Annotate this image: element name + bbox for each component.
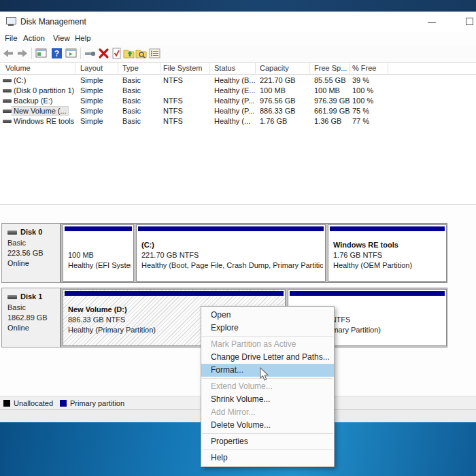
menu-item-add-mirror: Add Mirror... bbox=[201, 406, 334, 419]
disk1-state: Online bbox=[7, 324, 29, 332]
cell-type: Basic bbox=[122, 86, 141, 95]
disk1-name: Disk 1 bbox=[20, 292, 42, 301]
menu-item-explore[interactable]: Explore bbox=[201, 322, 334, 335]
primary-partition-bar bbox=[65, 291, 284, 296]
partition-efi[interactable]: 100 MB Healthy (EFI System bbox=[63, 224, 134, 282]
cell-free: 85.55 GB bbox=[314, 76, 345, 84]
cell-pct: 75 % bbox=[352, 107, 369, 115]
table-row[interactable]: Backup (E:) Simple Basic NTFS Healthy (P… bbox=[0, 96, 476, 106]
properties-icon[interactable] bbox=[149, 48, 160, 59]
col-pct-free[interactable]: % Free bbox=[352, 64, 376, 72]
maximize-button[interactable] bbox=[459, 16, 476, 29]
console-window-icon[interactable] bbox=[35, 48, 47, 59]
partition-context-menu: Open Explore Mark Partition as Active Ch… bbox=[201, 306, 335, 467]
folder-up-icon[interactable] bbox=[123, 48, 135, 59]
cell-type: Basic bbox=[122, 107, 141, 115]
toolbar-separator bbox=[31, 48, 32, 59]
disk0-name: Disk 0 bbox=[20, 228, 42, 236]
col-capacity[interactable]: Capacity bbox=[260, 64, 289, 72]
col-file-system[interactable]: File System bbox=[163, 64, 202, 72]
tool-icon[interactable] bbox=[84, 48, 96, 59]
primary-partition-bar bbox=[65, 226, 132, 231]
menu-action[interactable]: Action bbox=[23, 34, 45, 42]
cell-status: Healthy (P... bbox=[214, 97, 254, 105]
col-status[interactable]: Status bbox=[214, 64, 235, 72]
menu-item-shrink-volume[interactable]: Shrink Volume... bbox=[201, 393, 334, 406]
cell-free: 661.99 GB bbox=[314, 107, 350, 115]
legend-primary-partition: Primary partition bbox=[70, 399, 124, 407]
cell-fs: NTFS bbox=[163, 107, 183, 115]
minimize-button[interactable]: — bbox=[422, 16, 442, 29]
back-icon[interactable] bbox=[3, 48, 14, 59]
forward-icon[interactable] bbox=[16, 48, 28, 59]
cell-volume: Backup (E:) bbox=[14, 97, 52, 105]
menu-item-delete-volume[interactable]: Delete Volume... bbox=[201, 419, 334, 432]
svg-text:?: ? bbox=[54, 49, 59, 58]
cell-pct: 100 % bbox=[352, 97, 373, 105]
cell-volume: Windows RE tools bbox=[14, 117, 74, 125]
partition-title: New Volume (D:) bbox=[68, 305, 127, 313]
partition-size: 221.70 GB NTFS bbox=[141, 251, 199, 259]
cell-layout: Simple bbox=[80, 107, 103, 115]
menu-separator bbox=[202, 449, 333, 450]
partition-title: Windows RE tools bbox=[333, 241, 398, 249]
cell-layout: Simple bbox=[80, 117, 103, 125]
cell-layout: Simple bbox=[80, 76, 103, 84]
primary-partition-swatch bbox=[60, 400, 67, 407]
title-bar: Disk Management — bbox=[0, 12, 476, 32]
cell-layout: Simple bbox=[80, 97, 103, 105]
cell-capacity: 1.76 GB bbox=[260, 117, 287, 125]
volume-icon bbox=[3, 99, 12, 103]
toolbar: ? bbox=[0, 46, 476, 63]
menu-item-help[interactable]: Help bbox=[201, 452, 334, 464]
partition-size: 1.76 GB NTFS bbox=[333, 251, 382, 259]
table-row[interactable]: (C:) Simple Basic NTFS Healthy (B... 221… bbox=[0, 75, 476, 86]
cell-type: Basic bbox=[122, 76, 141, 84]
delete-icon[interactable] bbox=[98, 48, 109, 59]
disk0-partition-strip: 100 MB Healthy (EFI System (C:) 221.70 G… bbox=[61, 223, 447, 283]
cell-status: Healthy (B... bbox=[214, 76, 256, 84]
cell-type: Basic bbox=[122, 97, 141, 105]
folder-search-icon[interactable] bbox=[135, 48, 147, 59]
partition-size: 100 MB bbox=[68, 251, 94, 259]
cell-pct: 100 % bbox=[352, 86, 373, 95]
disk1-kind: Basic bbox=[7, 303, 26, 311]
menu-file[interactable]: File bbox=[5, 34, 18, 42]
cell-status: Healthy (E... bbox=[214, 86, 256, 95]
cell-type: Basic bbox=[122, 117, 141, 125]
menu-item-open[interactable]: Open bbox=[201, 309, 334, 322]
disk-icon bbox=[7, 231, 17, 235]
table-row[interactable]: Windows RE tools Simple Basic NTFS Healt… bbox=[0, 116, 476, 126]
col-layout[interactable]: Layout bbox=[80, 64, 103, 72]
menu-item-properties[interactable]: Properties bbox=[201, 435, 334, 448]
col-volume[interactable]: Volume bbox=[5, 64, 31, 72]
cell-status: Healthy (P... bbox=[214, 107, 254, 115]
col-type[interactable]: Type bbox=[122, 64, 139, 72]
partition-c[interactable]: (C:) 221.70 GB NTFS Healthy (Boot, Page … bbox=[136, 224, 326, 282]
disk0-row: Disk 0 Basic 223.56 GB Online 100 MB Hea… bbox=[1, 223, 447, 283]
disk0-label-panel[interactable]: Disk 0 Basic 223.56 GB Online bbox=[1, 223, 61, 283]
partition-status: Healthy (Boot, Page File, Crash Dump, Pr… bbox=[141, 261, 323, 269]
partition-title: (C:) bbox=[141, 241, 154, 249]
partition-windows-re[interactable]: Windows RE tools 1.76 GB NTFS Healthy (O… bbox=[328, 224, 447, 282]
show-console-icon[interactable] bbox=[65, 48, 77, 59]
check-document-icon[interactable] bbox=[111, 48, 122, 59]
disk-icon bbox=[7, 295, 17, 299]
cell-capacity: 976.56 GB bbox=[260, 97, 296, 105]
partition-size: 886.33 GB NTFS bbox=[68, 316, 125, 324]
menu-item-mark-partition-active: Mark Partition as Active bbox=[201, 338, 334, 351]
cell-fs: NTFS bbox=[163, 97, 183, 105]
partition-status: Healthy (OEM Partition) bbox=[333, 261, 412, 269]
table-row[interactable]: (Disk 0 partition 1) Simple Basic Health… bbox=[0, 86, 476, 96]
disk0-state: Online bbox=[7, 259, 29, 267]
table-row-selected[interactable]: New Volume (... Simple Basic NTFS Health… bbox=[0, 106, 476, 116]
unallocated-swatch bbox=[3, 400, 10, 407]
menu-view[interactable]: View bbox=[53, 34, 70, 42]
app-icon bbox=[6, 17, 16, 26]
menu-item-change-drive-letter[interactable]: Change Drive Letter and Paths... bbox=[201, 351, 334, 364]
col-free-space[interactable]: Free Sp... bbox=[314, 64, 347, 72]
cell-capacity: 100 MB bbox=[260, 86, 286, 95]
disk1-label-panel[interactable]: Disk 1 Basic 1862.89 GB Online bbox=[1, 288, 61, 347]
menu-help[interactable]: Help bbox=[75, 34, 91, 42]
help-icon[interactable]: ? bbox=[51, 48, 63, 59]
